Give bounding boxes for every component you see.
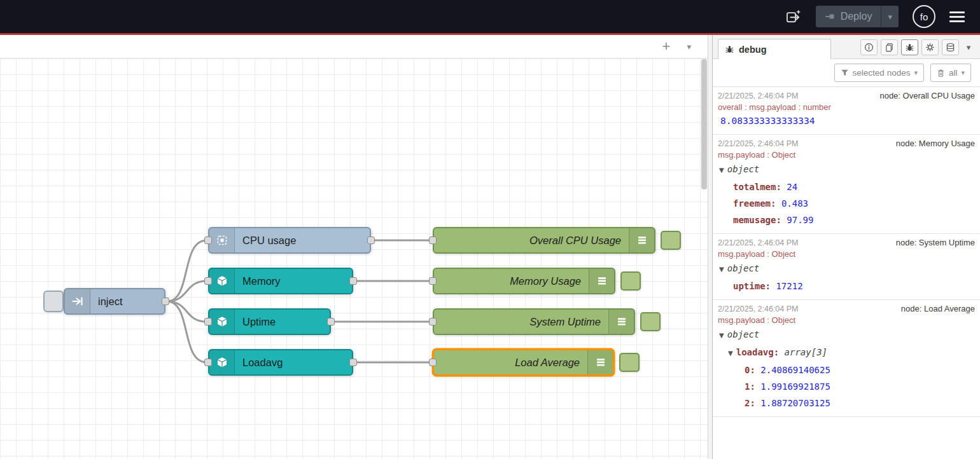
port-input[interactable]: [204, 277, 212, 285]
array-value: 2.40869140625: [760, 365, 830, 375]
object-type: object: [727, 263, 760, 273]
collapse-caret-icon[interactable]: ▼: [728, 350, 733, 357]
gear-icon: [925, 43, 935, 52]
tab-config[interactable]: [921, 39, 939, 55]
wire-inject-to-memory[interactable]: [167, 281, 207, 301]
node-debug-load-average[interactable]: Load Average: [433, 349, 614, 376]
main-area: + ▾ inje: [0, 35, 980, 459]
debug-toggle-system-uptime[interactable]: [640, 312, 661, 331]
scrollbar-thumb[interactable]: [701, 59, 707, 189]
debug-filter-bar: selected nodes ▾ all ▾: [713, 59, 980, 87]
node-loadavg[interactable]: Loadavg: [208, 349, 353, 376]
deploy-options-caret[interactable]: ▾: [881, 6, 899, 27]
tab-help[interactable]: [881, 39, 898, 55]
clear-messages-button[interactable]: all ▾: [930, 64, 971, 82]
caret-down-icon: ▾: [914, 69, 918, 77]
debug-list-icon: [629, 228, 654, 252]
message-value: 8.083333333333334: [718, 113, 975, 129]
sidebar-resize-handle[interactable]: [708, 35, 713, 459]
filter-funnel-icon: [841, 69, 849, 77]
port-output[interactable]: [162, 298, 169, 305]
port-output[interactable]: [327, 318, 335, 325]
port-output[interactable]: [349, 359, 357, 366]
port-input[interactable]: [429, 236, 437, 244]
caret-down-icon: ▾: [961, 69, 965, 77]
message-timestamp: 2/21/2025, 2:46:04 PM: [718, 305, 798, 313]
debug-message-list: 2/21/2025, 2:46:04 PM node: Overall CPU …: [713, 87, 980, 459]
port-input[interactable]: [204, 236, 212, 244]
inject-arrow-icon: [65, 289, 90, 313]
port-input[interactable]: [204, 318, 212, 325]
tab-context[interactable]: [942, 39, 959, 55]
message-source-node: node: Load Average: [901, 304, 975, 313]
message-property: msg.payload : Object: [718, 315, 975, 325]
collapse-caret-icon[interactable]: ▼: [719, 167, 724, 174]
node-label: Load Average: [434, 350, 587, 374]
collapse-caret-icon[interactable]: ▼: [719, 332, 724, 339]
node-cpu-usage[interactable]: CPU usage: [208, 227, 371, 254]
array-index: 1: [745, 381, 760, 392]
message-source-node: node: Overall CPU Usage: [879, 91, 975, 100]
sidebar-tab-icons: ▾: [860, 39, 975, 55]
message-timestamp: 2/21/2025, 2:46:04 PM: [718, 92, 798, 100]
object-value: 17212: [776, 281, 802, 291]
main-menu-button[interactable]: [949, 11, 965, 22]
node-uptime[interactable]: Uptime: [208, 308, 331, 335]
wire-inject-to-uptime[interactable]: [167, 301, 207, 322]
tab-debug-icon[interactable]: [901, 39, 918, 55]
array-index: 2: [745, 398, 760, 408]
node-debug-memory-usage[interactable]: Memory Usage: [433, 268, 615, 294]
deploy-icon: [825, 11, 835, 22]
node-label: Overall CPU Usage: [434, 228, 629, 252]
port-output[interactable]: [349, 277, 357, 285]
node-label: inject: [90, 289, 164, 313]
array-value: 1.99169921875: [760, 381, 830, 392]
debug-toggle-overall-cpu-usage[interactable]: [661, 231, 681, 250]
port-input[interactable]: [429, 359, 437, 366]
trash-icon: [937, 69, 945, 78]
collapse-caret-icon[interactable]: ▼: [719, 266, 724, 273]
object-key: memusage: [733, 215, 787, 225]
array-type: array[3]: [785, 347, 827, 357]
port-input[interactable]: [204, 359, 212, 366]
node-label: Memory: [235, 269, 352, 293]
port-input[interactable]: [429, 318, 437, 325]
port-input[interactable]: [429, 277, 437, 285]
node-label: Memory Usage: [434, 269, 589, 293]
flow-canvas[interactable]: + ▾ inje: [0, 35, 708, 459]
tab-debug[interactable]: debug: [718, 39, 831, 59]
export-library-button[interactable]: [785, 9, 802, 24]
filter-nodes-button[interactable]: selected nodes ▾: [834, 64, 924, 82]
message-source-node: node: Memory Usage: [896, 139, 975, 148]
user-avatar[interactable]: fo: [913, 5, 935, 28]
message-property: overall : msg.payload : number: [718, 102, 975, 112]
node-inject[interactable]: inject: [64, 288, 165, 315]
pages-icon: [885, 43, 894, 52]
node-memory[interactable]: Memory: [208, 268, 353, 294]
add-flow-button[interactable]: +: [662, 39, 671, 53]
debug-toggle-memory-usage[interactable]: [620, 271, 641, 291]
flow-list-caret[interactable]: ▾: [687, 42, 691, 51]
package-cube-icon: [209, 310, 235, 334]
canvas-toolbar: + ▾: [0, 35, 708, 58]
deploy-button[interactable]: Deploy ▾: [816, 6, 899, 27]
node-label: CPU usage: [235, 228, 370, 252]
inject-trigger-button[interactable]: [43, 291, 64, 312]
message-timestamp: 2/21/2025, 2:46:04 PM: [718, 139, 798, 148]
hamburger-icon: [949, 11, 965, 13]
object-key: totalmem: [733, 182, 787, 192]
clear-label: all: [949, 68, 958, 78]
tab-info[interactable]: [860, 39, 878, 55]
canvas-vertical-scrollbar[interactable]: [701, 59, 707, 459]
node-label: Uptime: [235, 310, 330, 334]
node-debug-overall-cpu-usage[interactable]: Overall CPU Usage: [433, 227, 655, 254]
package-cube-icon: [209, 269, 235, 293]
debug-toggle-load-average[interactable]: [619, 353, 640, 372]
sidebar-menu-caret[interactable]: ▾: [962, 39, 975, 55]
node-debug-system-uptime[interactable]: System Uptime: [433, 308, 635, 335]
message-property: msg.payload : Object: [718, 150, 975, 160]
object-key: uptime: [733, 281, 776, 291]
port-output[interactable]: [367, 236, 375, 244]
array-value: 1.88720703125: [760, 398, 830, 408]
debug-message: 2/21/2025, 2:46:04 PM node: Load Average…: [713, 300, 980, 417]
